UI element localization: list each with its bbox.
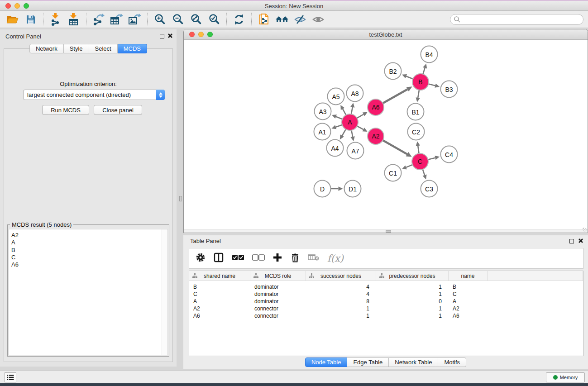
- graph-node-D1[interactable]: D1: [344, 180, 362, 198]
- graph-node-A2[interactable]: A2: [367, 128, 384, 145]
- table-row[interactable]: C dominator 4 1 C: [189, 291, 583, 298]
- tab-network[interactable]: Network: [29, 44, 64, 53]
- graph-node-B2[interactable]: B2: [384, 62, 402, 80]
- list-item[interactable]: B: [11, 247, 167, 254]
- cell-mcds-role[interactable]: dominator: [250, 291, 306, 298]
- list-scrollbar[interactable]: [162, 229, 167, 355]
- graph-node-A8[interactable]: A8: [346, 85, 364, 102]
- cell-mcds-role[interactable]: connector: [250, 305, 306, 312]
- graph-node-C2[interactable]: C2: [407, 123, 425, 141]
- tab-style[interactable]: Style: [64, 44, 89, 53]
- cell-successor-nodes[interactable]: 1: [306, 305, 376, 312]
- graph-node-A[interactable]: A: [341, 114, 359, 131]
- graph-node-A1[interactable]: A1: [314, 123, 331, 141]
- list-item[interactable]: A2: [11, 232, 167, 239]
- cell-name[interactable]: B: [449, 283, 488, 291]
- cell-predecessor-nodes[interactable]: 1: [376, 283, 449, 291]
- cell-predecessor-nodes[interactable]: 1: [376, 305, 449, 312]
- graph-node-C4[interactable]: C4: [440, 146, 458, 163]
- panel-divider-handle[interactable]: [179, 196, 182, 201]
- column-header-successor-nodes[interactable]: successor nodes: [306, 271, 376, 281]
- cell-successor-nodes[interactable]: 4: [306, 283, 376, 291]
- function-builder-button[interactable]: f(x): [327, 253, 344, 264]
- graph-node-A6[interactable]: A6: [367, 99, 384, 116]
- delete-table-button[interactable]: [308, 253, 320, 263]
- cell-shared-name[interactable]: A6: [189, 312, 250, 319]
- column-header-name[interactable]: name: [449, 271, 488, 281]
- graph-node-B3[interactable]: B3: [440, 81, 458, 98]
- network-hscrollbar[interactable]: [184, 229, 588, 233]
- export-image-button[interactable]: [126, 12, 144, 27]
- cell-name[interactable]: A: [449, 298, 488, 305]
- tab-network-table[interactable]: Network Table: [389, 357, 438, 367]
- resize-grip-icon[interactable]: [583, 228, 587, 232]
- close-panel-icon[interactable]: [167, 33, 173, 38]
- import-table-button[interactable]: [65, 12, 83, 27]
- open-file-button[interactable]: [4, 12, 22, 27]
- zoom-selected-button[interactable]: [205, 12, 223, 27]
- close-panel-icon[interactable]: [578, 238, 583, 243]
- cell-predecessor-nodes[interactable]: 1: [376, 291, 449, 298]
- cell-mcds-role[interactable]: connector: [250, 312, 306, 319]
- tab-node-table[interactable]: Node Table: [305, 357, 348, 367]
- tab-edge-table[interactable]: Edge Table: [347, 357, 389, 367]
- cell-predecessor-nodes[interactable]: 0: [376, 298, 449, 305]
- graph-node-B[interactable]: B: [412, 73, 429, 91]
- scroll-thumb[interactable]: [386, 230, 391, 233]
- deselect-all-button[interactable]: [252, 254, 265, 263]
- home-view-button[interactable]: [273, 12, 291, 27]
- new-network-button[interactable]: [255, 12, 273, 27]
- cell-shared-name[interactable]: B: [189, 283, 250, 291]
- graph-node-C[interactable]: C: [411, 153, 429, 170]
- graph-node-A3[interactable]: A3: [314, 103, 332, 120]
- cell-name[interactable]: A6: [449, 312, 488, 319]
- network-canvas[interactable]: B4B2BB3A5A8A6A3B1AA1C2A2A4A7C4CC1C3DD1: [184, 40, 588, 233]
- graph-node-B4[interactable]: B4: [421, 46, 438, 63]
- list-item[interactable]: A: [11, 239, 167, 246]
- zoom-in-button[interactable]: [151, 12, 169, 27]
- cell-name[interactable]: C: [449, 291, 488, 298]
- zoom-fit-button[interactable]: [187, 12, 205, 27]
- cell-mcds-role[interactable]: dominator: [250, 283, 306, 291]
- table-row[interactable]: A6 connector 1 1 A6: [189, 312, 583, 319]
- table-row[interactable]: B dominator 4 1 B: [189, 283, 583, 291]
- add-column-button[interactable]: [272, 253, 282, 264]
- cell-shared-name[interactable]: A2: [189, 305, 250, 312]
- select-all-button[interactable]: [232, 254, 244, 263]
- column-header-mcds-role[interactable]: MCDS role: [250, 271, 306, 281]
- cell-successor-nodes[interactable]: 8: [306, 298, 376, 305]
- column-header-shared-name[interactable]: shared name: [189, 271, 250, 281]
- mcds-result-list[interactable]: A2 A B C A6: [9, 229, 168, 355]
- tab-mcds[interactable]: MCDS: [118, 44, 147, 53]
- graph-node-C3[interactable]: C3: [421, 180, 438, 198]
- cell-successor-nodes[interactable]: 1: [306, 312, 376, 319]
- float-panel-icon[interactable]: [160, 34, 164, 38]
- delete-column-button[interactable]: [290, 252, 300, 265]
- cell-successor-nodes[interactable]: 4: [306, 291, 376, 298]
- column-header-predecessor-nodes[interactable]: predecessor nodes: [376, 271, 449, 281]
- graph-node-C1[interactable]: C1: [384, 164, 402, 182]
- export-table-button[interactable]: [108, 12, 126, 27]
- graph-node-A5[interactable]: A5: [327, 88, 345, 105]
- graph-node-B1[interactable]: B1: [407, 103, 425, 121]
- cell-shared-name[interactable]: C: [189, 291, 250, 298]
- cell-predecessor-nodes[interactable]: 1: [376, 312, 449, 319]
- graph-node-A4[interactable]: A4: [326, 139, 344, 157]
- close-panel-button[interactable]: Close panel: [94, 105, 142, 115]
- optimization-criterion-select[interactable]: largest connected component (directed): [23, 90, 165, 100]
- list-item[interactable]: C: [11, 254, 167, 261]
- show-tasks-button[interactable]: [5, 372, 16, 382]
- search-input[interactable]: [450, 14, 583, 25]
- graph-node-D[interactable]: D: [314, 180, 331, 198]
- table-settings-button[interactable]: [196, 253, 206, 264]
- zoom-out-button[interactable]: [169, 12, 187, 27]
- show-graphics-details-button[interactable]: [309, 12, 327, 27]
- tab-select[interactable]: Select: [89, 44, 118, 53]
- hide-graphics-details-button[interactable]: [291, 12, 309, 27]
- cell-name[interactable]: A2: [449, 305, 488, 312]
- table-row[interactable]: A2 connector 1 1 A2: [189, 305, 583, 312]
- apply-layout-button[interactable]: [230, 12, 248, 27]
- graph-node-A7[interactable]: A7: [347, 142, 364, 160]
- table-row[interactable]: A dominator 8 0 A: [189, 298, 583, 305]
- import-network-button[interactable]: [47, 12, 65, 27]
